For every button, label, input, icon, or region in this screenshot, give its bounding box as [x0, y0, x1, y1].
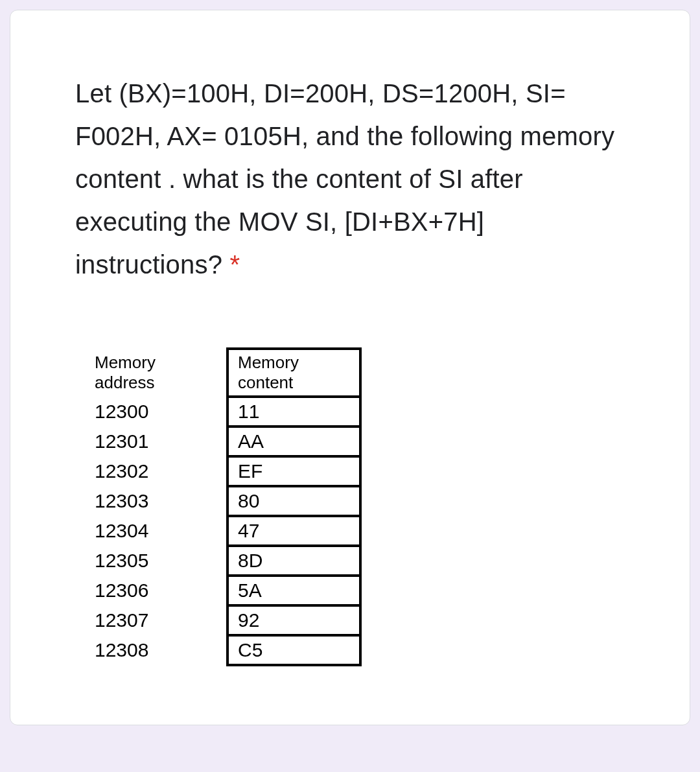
cell-content: C5: [228, 635, 360, 665]
cell-address: 12301: [95, 427, 228, 456]
cell-content: 8D: [228, 546, 360, 576]
cell-address: 12307: [95, 605, 228, 635]
question-text: Let (BX)=100H, DI=200H, DS=1200H, SI= F0…: [75, 72, 625, 286]
required-asterisk: *: [229, 250, 240, 279]
cell-address: 12300: [95, 397, 228, 427]
table-row: 12305 8D: [95, 546, 360, 576]
table-row: 12301 AA: [95, 427, 360, 456]
cell-content: AA: [228, 427, 360, 456]
memory-table-wrapper: Memory address Memory content 12300 11 1…: [95, 347, 625, 666]
cell-address: 12303: [95, 486, 228, 516]
cell-address: 12302: [95, 456, 228, 486]
cell-content: 47: [228, 516, 360, 546]
table-row: 12308 C5: [95, 635, 360, 665]
cell-address: 12306: [95, 576, 228, 605]
table-header-row: Memory address Memory content: [95, 349, 360, 397]
table-row: 12306 5A: [95, 576, 360, 605]
cell-content: 92: [228, 605, 360, 635]
table-row: 12304 47: [95, 516, 360, 546]
cell-address: 12308: [95, 635, 228, 665]
cell-content: EF: [228, 456, 360, 486]
memory-table: Memory address Memory content 12300 11 1…: [95, 347, 362, 666]
table-row: 12300 11: [95, 397, 360, 427]
table-row: 12303 80: [95, 486, 360, 516]
question-body: Let (BX)=100H, DI=200H, DS=1200H, SI= F0…: [75, 79, 614, 279]
cell-content: 11: [228, 397, 360, 427]
table-row: 12307 92: [95, 605, 360, 635]
question-card: Let (BX)=100H, DI=200H, DS=1200H, SI= F0…: [10, 10, 690, 725]
table-row: 12302 EF: [95, 456, 360, 486]
cell-address: 12305: [95, 546, 228, 576]
cell-content: 80: [228, 486, 360, 516]
cell-content: 5A: [228, 576, 360, 605]
header-address: Memory address: [95, 349, 228, 397]
cell-address: 12304: [95, 516, 228, 546]
header-content: Memory content: [228, 349, 360, 397]
